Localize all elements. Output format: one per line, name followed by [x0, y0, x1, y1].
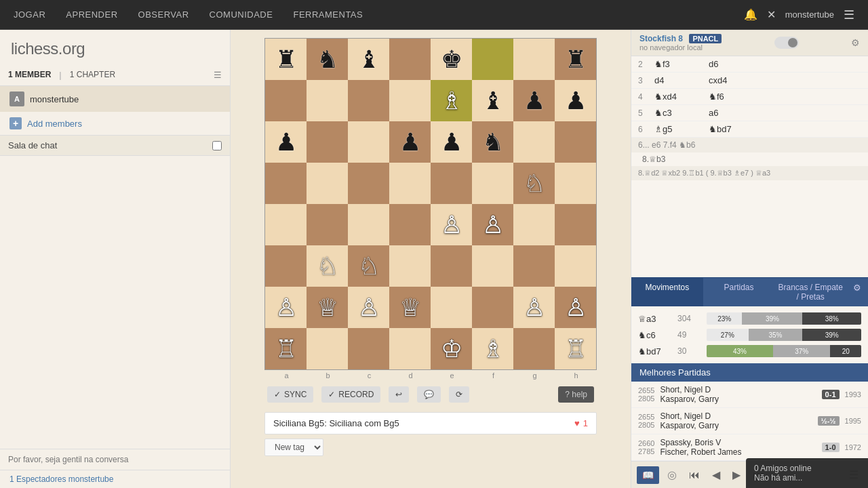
- move-4w[interactable]: ♞xd4: [652, 91, 706, 102]
- sidebar-settings-icon[interactable]: ☰: [214, 70, 222, 80]
- square-f8[interactable]: [472, 39, 513, 80]
- share-button[interactable]: ↩: [389, 386, 409, 403]
- square-e7[interactable]: ♗: [431, 80, 472, 121]
- square-d5[interactable]: [389, 163, 431, 204]
- book-button[interactable]: 📖: [637, 466, 659, 484]
- like-button[interactable]: ♥ 1: [574, 418, 588, 428]
- square-a2[interactable]: ♙: [265, 287, 307, 328]
- move-2b[interactable]: d6: [706, 58, 721, 70]
- square-d3[interactable]: [389, 245, 431, 287]
- square-d6[interactable]: ♟: [389, 121, 431, 163]
- nav-comunidade[interactable]: COMUNIDADE: [210, 9, 273, 20]
- square-e2[interactable]: [431, 287, 472, 328]
- square-h6[interactable]: [555, 121, 596, 163]
- square-h4[interactable]: [555, 204, 596, 245]
- circle-button[interactable]: ◎: [663, 466, 681, 484]
- square-a7[interactable]: [265, 80, 307, 121]
- square-c8[interactable]: ♝: [348, 39, 389, 80]
- tab-member[interactable]: 1 MEMBER: [8, 68, 51, 81]
- square-f3[interactable]: [472, 245, 513, 287]
- square-h3[interactable]: [555, 245, 596, 287]
- square-f7[interactable]: ♝: [472, 80, 513, 121]
- move-2w[interactable]: ♞f3: [652, 58, 706, 70]
- move-4b[interactable]: ♞f6: [706, 91, 727, 102]
- stat-row-nc6[interactable]: ♞c6 49 27% 35% 39%: [631, 327, 868, 343]
- square-g3[interactable]: [513, 245, 555, 287]
- nav-observar[interactable]: OBSERVAR: [138, 9, 189, 20]
- hamburger-icon[interactable]: ☰: [844, 7, 854, 22]
- tab-movimentos[interactable]: Movimentos: [631, 278, 703, 306]
- square-e5[interactable]: [431, 163, 472, 204]
- square-d4[interactable]: [389, 204, 431, 245]
- move-3w[interactable]: d4: [652, 75, 706, 86]
- square-h2[interactable]: ♙: [555, 287, 596, 328]
- square-e6[interactable]: ♟: [431, 121, 472, 163]
- tab-partidas[interactable]: Partidas: [703, 278, 775, 306]
- square-a1[interactable]: ♖: [265, 328, 307, 369]
- square-c3[interactable]: ♘: [348, 245, 389, 287]
- move-6w[interactable]: ♗g5: [652, 123, 706, 135]
- game-row-3[interactable]: 2660 2785 Spassky, Boris V Fischer, Robe…: [631, 434, 868, 461]
- square-a3[interactable]: [265, 245, 307, 287]
- square-b2[interactable]: ♕: [307, 287, 348, 328]
- square-g8[interactable]: [513, 39, 555, 80]
- square-c2[interactable]: ♙: [348, 287, 389, 328]
- chess-board[interactable]: ♜♞♝♚♜♗♝♟♟♟♟♟♞♘♙♙♘♘♙♕♙♕♙♙♖♔♗♖: [264, 38, 597, 370]
- square-g2[interactable]: ♙: [513, 287, 555, 328]
- square-a8[interactable]: ♜: [265, 39, 307, 80]
- tab-brancas[interactable]: Brancas / Empate / Pretas: [774, 278, 846, 306]
- square-f4[interactable]: ♙: [472, 204, 513, 245]
- square-d1[interactable]: [389, 328, 431, 369]
- engine-toggle[interactable]: [774, 37, 799, 49]
- square-a5[interactable]: [265, 163, 307, 204]
- square-b7[interactable]: [307, 80, 348, 121]
- move-3b[interactable]: cxd4: [706, 75, 730, 86]
- square-g4[interactable]: [513, 204, 555, 245]
- skip-start-button[interactable]: ⏮: [685, 466, 704, 484]
- nav-jogar[interactable]: JOGAR: [14, 9, 45, 20]
- bell-icon[interactable]: 🔔: [744, 8, 757, 21]
- square-g6[interactable]: [513, 121, 555, 163]
- square-e4[interactable]: ♙: [431, 204, 472, 245]
- square-c1[interactable]: [348, 328, 389, 369]
- add-members-btn[interactable]: + Add members: [0, 112, 230, 135]
- refresh-button[interactable]: ⟳: [449, 386, 469, 403]
- square-h5[interactable]: [555, 163, 596, 204]
- engine-settings-icon[interactable]: ⚙: [851, 37, 860, 48]
- spectator-name[interactable]: monstertube: [68, 474, 114, 484]
- square-b8[interactable]: ♞: [307, 39, 348, 80]
- help-button[interactable]: ? help: [558, 386, 594, 403]
- square-h7[interactable]: ♟: [555, 80, 596, 121]
- square-d2[interactable]: ♕: [389, 287, 431, 328]
- close-icon[interactable]: ✕: [767, 8, 776, 21]
- square-b5[interactable]: [307, 163, 348, 204]
- next-button[interactable]: ▶: [728, 466, 745, 484]
- square-h8[interactable]: ♜: [555, 39, 596, 80]
- square-f6[interactable]: ♞: [472, 121, 513, 163]
- square-e3[interactable]: [431, 245, 472, 287]
- chat-input[interactable]: [0, 449, 230, 470]
- stat-row-qa3[interactable]: ♕a3 304 23% 39% 38%: [631, 310, 868, 327]
- game-row-2[interactable]: 2655 2805 Short, Nigel D Kasparov, Garry…: [631, 408, 868, 434]
- square-f5[interactable]: [472, 163, 513, 204]
- square-g1[interactable]: [513, 328, 555, 369]
- square-f2[interactable]: [472, 287, 513, 328]
- square-g7[interactable]: ♟: [513, 80, 555, 121]
- prev-button[interactable]: ◀: [708, 466, 724, 484]
- nav-ferramentas[interactable]: FERRAMENTAS: [293, 9, 363, 20]
- stat-row-nbd7[interactable]: ♞bd7 30 43% 37% 20: [631, 343, 868, 359]
- square-a6[interactable]: ♟: [265, 121, 307, 163]
- move-5b[interactable]: a6: [706, 107, 721, 119]
- square-b4[interactable]: [307, 204, 348, 245]
- square-c4[interactable]: [348, 204, 389, 245]
- chat-button[interactable]: 💬: [417, 386, 441, 403]
- square-h1[interactable]: ♖: [555, 328, 596, 369]
- square-e1[interactable]: ♔: [431, 328, 472, 369]
- username[interactable]: monstertube: [785, 9, 834, 20]
- record-button[interactable]: ✓ RECORD: [321, 386, 380, 403]
- square-b6[interactable]: [307, 121, 348, 163]
- square-b3[interactable]: ♘: [307, 245, 348, 287]
- analysis-settings-icon[interactable]: ⚙: [846, 278, 868, 306]
- tab-chapter[interactable]: 1 CHAPTER: [70, 68, 115, 81]
- square-d7[interactable]: [389, 80, 431, 121]
